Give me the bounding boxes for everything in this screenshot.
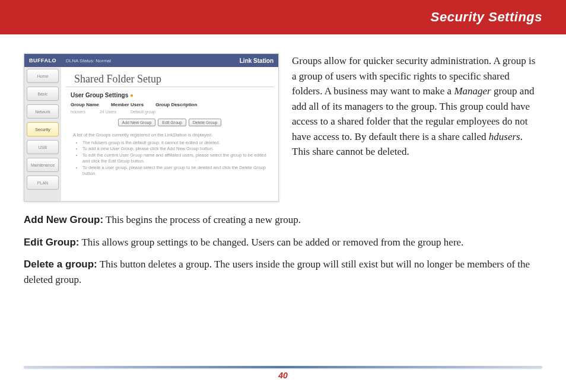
nav-maintenance: Maintenance — [27, 158, 59, 172]
cell-members: 24 Users — [100, 110, 116, 114]
product-label: Link Station — [240, 58, 274, 64]
nav-security: Security — [27, 122, 59, 136]
intro-hdusers: hdusers — [489, 131, 520, 142]
footer-divider — [24, 366, 542, 368]
screenshot-main: DLNA Status: Normal Link Station Shared … — [61, 54, 278, 201]
add-group-btn: Add New Group — [118, 119, 156, 126]
def-edit: Edit Group: This allows group settings t… — [24, 235, 542, 250]
page-content: BUFFALO Home Basic Network Security USB … — [0, 34, 566, 294]
top-area: BUFFALO Home Basic Network Security USB … — [24, 53, 542, 202]
col-members: Member Users — [111, 102, 144, 107]
nav-plan: PLAN — [27, 176, 59, 190]
intro-paragraph: Groups allow for quicker security admini… — [292, 53, 542, 160]
panel-topbar: DLNA Status: Normal Link Station — [61, 54, 278, 67]
definitions: Add New Group: This begins the process o… — [24, 212, 542, 294]
def-delete-label: Delete a group: — [24, 259, 97, 270]
header-title: Security Settings — [431, 9, 542, 25]
section-title-text: User Group Settings — [71, 92, 128, 98]
desc-text: A list of the Groups currently registere… — [61, 130, 278, 180]
table-header: Group Name Member Users Group Descriptio… — [61, 101, 278, 109]
def-delete-text: This button deletes a group. The users i… — [24, 259, 530, 285]
bullet-4: To delete a user group, please select th… — [82, 165, 266, 177]
def-add-label: Add New Group: — [24, 214, 103, 225]
help-icon: ● — [130, 92, 133, 98]
nav-network: Network — [27, 104, 59, 119]
cell-desc: Default group — [131, 110, 155, 114]
edit-group-btn: Edit Group — [158, 119, 186, 126]
cell-groupname: hdusers — [71, 110, 85, 114]
col-desc: Group Description — [155, 102, 197, 107]
table-row: hdusers 24 Users Default group — [61, 109, 278, 115]
section-title: User Group Settings ● — [61, 87, 278, 101]
def-delete: Delete a group: This button deletes a gr… — [24, 257, 542, 287]
delete-group-btn: Delete Group — [189, 119, 222, 126]
screenshot-sidebar: BUFFALO Home Basic Network Security USB … — [24, 54, 61, 201]
bullet-1: The hdusers group is the default group; … — [82, 140, 266, 146]
def-edit-text: This allows group settings to be changed… — [79, 237, 463, 248]
desc-line: A list of the Groups currently registere… — [73, 132, 212, 138]
nav-basic: Basic — [27, 87, 59, 101]
brand-logo: BUFFALO — [24, 54, 61, 67]
def-add: Add New Group: This begins the process o… — [24, 212, 542, 228]
embedded-screenshot: BUFFALO Home Basic Network Security USB … — [24, 53, 279, 202]
nav-home: Home — [27, 69, 59, 83]
bullet-2: To add a new User Group, please click th… — [82, 146, 266, 152]
nav-usb: USB — [27, 140, 59, 154]
header-bar: Security Settings — [0, 0, 566, 34]
footer: 40 — [24, 366, 542, 380]
bullet-3: To edit the current User Group name and … — [82, 152, 266, 165]
page-number: 40 — [24, 371, 542, 380]
def-edit-label: Edit Group: — [24, 237, 79, 248]
col-groupname: Group Name — [71, 102, 99, 107]
def-add-text: This begins the process of creating a ne… — [103, 214, 301, 225]
button-row: Add New Group Edit Group Delete Group — [61, 115, 278, 130]
status-text: DLNA Status: Normal — [66, 58, 111, 63]
intro-manager: Manager — [454, 85, 491, 97]
panel-title: Shared Folder Setup — [66, 67, 274, 87]
